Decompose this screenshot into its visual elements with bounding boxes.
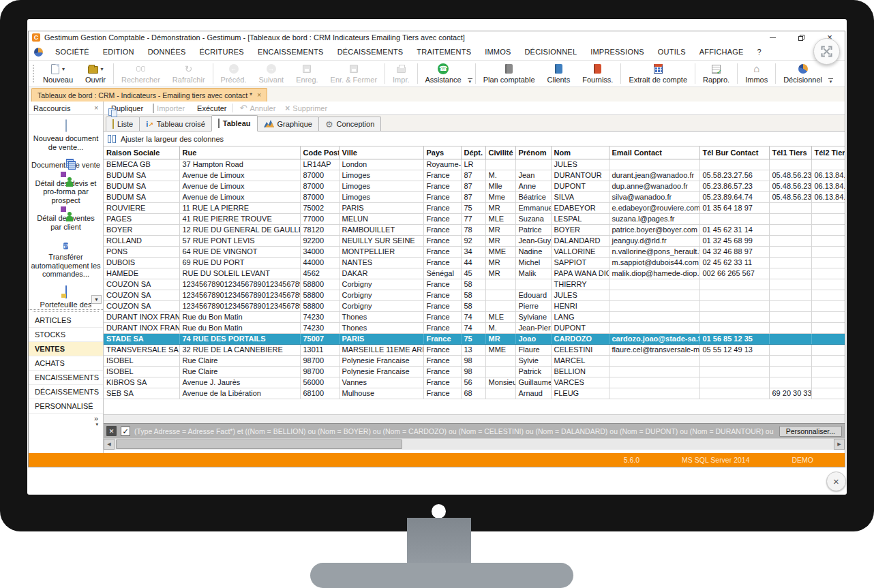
toolbar-button-enreg[interactable]: Enreg.	[290, 61, 324, 87]
menu-item-critures[interactable]: ÉCRITURES	[193, 46, 251, 58]
sidebar-shortcut-portefeuille-des[interactable]: Portefeuille des▼	[29, 281, 103, 311]
table-row[interactable]: BOYER12 RUE DU GENERAL DE GAULLE78120RAM…	[104, 224, 845, 235]
scrollbar-thumb[interactable]	[116, 439, 402, 449]
menu-item-affichage[interactable]: AFFICHAGE	[693, 46, 751, 58]
table-row[interactable]: ROUVIERE11 RUE LA PIERRE75002PARISFrance…	[104, 202, 845, 213]
toolbar-button-fourniss[interactable]: Fourniss.	[576, 61, 619, 87]
scroll-right-button[interactable]: ▶	[834, 439, 845, 450]
shortcut-more-button[interactable]: ▼	[91, 295, 102, 304]
table-row[interactable]: ISOBELRue Claire98700Polynesie Francaise…	[104, 366, 845, 377]
minimize-button[interactable]	[768, 33, 777, 42]
menu-item-[interactable]: ?	[751, 46, 768, 58]
toolbar-button-rechercher[interactable]: Rechercher	[115, 61, 166, 87]
column-header-nom[interactable]: Nom	[551, 146, 609, 159]
toolbar-button-suivant[interactable]: →Suivant	[252, 61, 290, 87]
toolbar-button-nouveau[interactable]: ▾Nouveau	[37, 61, 79, 87]
expand-screen-button[interactable]	[813, 38, 840, 65]
table-row[interactable]: DURANT INOX FRANCERue du Bon Matin74230T…	[104, 322, 845, 333]
toolbar-button-rafra-chir[interactable]: ↻Rafraîchir	[166, 61, 211, 87]
table-row[interactable]: BEMECA GB37 Hampton RoadLR14APLondonRoya…	[104, 159, 845, 170]
toolbar-button-d-cisionnel[interactable]: Décisionnel	[777, 61, 828, 87]
document-tab-close-icon[interactable]: ×	[257, 91, 261, 99]
table-row[interactable]: COUZON SA1234567890123456789012345678901…	[104, 300, 845, 311]
adjust-columns-row[interactable]: Ajuster la largeur des colonnes	[104, 131, 845, 146]
sidebar-category-d-caissements[interactable]: DÉCAISSEMENTS	[29, 385, 103, 399]
toolbar-button-pr-c-d[interactable]: ←Précéd.	[215, 61, 253, 87]
dropdown-caret-icon[interactable]: ▾	[62, 66, 65, 72]
table-row[interactable]: COUZON SA1234567890123456789012345678901…	[104, 279, 845, 290]
command-button-annuler[interactable]: ↶Annuler	[235, 102, 280, 114]
sidebar-collapse[interactable]: » ▾	[29, 414, 103, 453]
filter-enabled-checkbox[interactable]: ✓	[121, 427, 130, 436]
sidebar-shortcut-d-tail-des-ventes-par-client[interactable]: Détail des ventes par client	[29, 207, 103, 234]
customize-filter-button[interactable]: Personnaliser...	[779, 426, 842, 437]
column-header-civilit[interactable]: Civilité	[485, 146, 515, 159]
table-row[interactable]: PONS64 RUE DE VINGNOT34000MONTPELLIERFra…	[104, 246, 845, 257]
command-button-dupliquer[interactable]: Dupliquer	[104, 102, 148, 114]
table-row[interactable]: PAGES41 RUE PIERRE TROUVE77000MELUNFranc…	[104, 213, 845, 224]
table-row[interactable]: TRANSVERSALE SA32 RUE DE LA CANNEBIERE13…	[104, 344, 845, 355]
menu-item-encaissements[interactable]: ENCAISSEMENTS	[251, 46, 331, 58]
column-header-ville[interactable]: Ville	[339, 146, 423, 159]
restore-button[interactable]	[797, 33, 805, 42]
screen-close-button[interactable]: ×	[826, 471, 846, 491]
menu-item-outils[interactable]: OUTILS	[651, 46, 693, 58]
column-header-t-l2-tiers[interactable]: Tél2 Tiers	[811, 146, 845, 159]
sidebar-category-stocks[interactable]: STOCKS	[29, 328, 103, 342]
sidebar-shortcut-d-tail-des-devis-et-pro-forma-par-prospect[interactable]: Détail des devis et pro-forma par prospe…	[29, 172, 103, 208]
column-header-email-contact[interactable]: Email Contact	[609, 146, 699, 159]
column-header-t-l1-tiers[interactable]: Tél1 Tiers	[769, 146, 811, 159]
toolbar-button-clients[interactable]: Clients	[541, 61, 577, 87]
table-row[interactable]: DUBOIS69 RUE DU PORT44000NANTESFrance44M…	[104, 257, 845, 268]
sidebar-shortcut-nouveau-document-de-vente[interactable]: Nouveau document de vente...	[29, 115, 103, 154]
menu-item-soci-t[interactable]: SOCIÉTÉ	[48, 46, 96, 58]
column-header-code-postal[interactable]: Code Postal	[300, 146, 339, 159]
table-row[interactable]: STADE SA74 RUE DES PORTAILS75007PARISFra…	[104, 333, 845, 344]
table-row[interactable]: DURANT INOX FRANCERue du Bon Matin74230T…	[104, 311, 845, 322]
sidebar-category-encaissements[interactable]: ENCAISSEMENTS	[29, 371, 103, 385]
toolbar-button-ouvrir[interactable]: ▾Ouvrir	[79, 61, 112, 87]
menu-item-impressions[interactable]: IMPRESSIONS	[584, 46, 651, 58]
view-tab-graphique[interactable]: Graphique	[257, 117, 319, 131]
sidebar-shortcut-documents-de-vente[interactable]: Documents de vente	[29, 154, 103, 172]
sidebar-category-personnalis[interactable]: PERSONNALISÉ	[29, 399, 103, 414]
sidebar-category-ventes[interactable]: VENTES	[29, 342, 103, 356]
filter-remove-button[interactable]: ✕	[106, 426, 117, 436]
scroll-left-button[interactable]: ◀	[104, 439, 115, 450]
view-tab-tableau[interactable]: Tableau	[211, 115, 258, 131]
toolbar-button-impr[interactable]: Impr.	[387, 61, 415, 87]
column-header-pays[interactable]: Pays	[423, 146, 461, 159]
view-tab-liste[interactable]: Liste	[106, 117, 140, 131]
view-tab-tableau-crois[interactable]: i↗Tableau croisé	[139, 117, 212, 131]
view-tab-conception[interactable]: ⚙Conception	[318, 117, 381, 131]
toolbar-overflow-icon[interactable]: ▾	[828, 61, 834, 87]
toolbar-overflow-icon[interactable]: ▾	[468, 61, 474, 87]
column-header-raison-sociale[interactable]: Raison Sociale	[104, 146, 179, 159]
column-header-rue[interactable]: Rue	[179, 146, 300, 159]
table-row[interactable]: ROLLAND57 RUE PONT LEVIS92200NEUILLY SUR…	[104, 235, 845, 246]
toolbar-button-plan-comptable[interactable]: Plan comptable	[477, 61, 541, 87]
command-button-importer[interactable]: Importer	[148, 102, 190, 114]
dropdown-caret-icon[interactable]: ▾	[101, 66, 104, 72]
shortcuts-panel-close-icon[interactable]: ×	[94, 104, 98, 112]
table-row[interactable]: COUZON SA1234567890123456789012345678901…	[104, 290, 845, 300]
column-header-t-l-bur-contact[interactable]: Tél Bur Contact	[699, 146, 769, 159]
menu-item-d-cisionnel[interactable]: DÉCISIONNEL	[517, 46, 584, 58]
toolbar-button-extrait-de-compte[interactable]: Extrait de compte	[622, 61, 693, 87]
column-header-pr-nom[interactable]: Prénom	[515, 146, 551, 159]
menu-item-donn-es[interactable]: DONNÉES	[141, 46, 193, 58]
table-row[interactable]: BUDUM SAAvenue de Limoux87000LimogesFran…	[104, 170, 845, 181]
toolbar-button-assistance[interactable]: ☎Assistance	[419, 61, 468, 87]
toolbar-grip[interactable]	[32, 64, 35, 83]
toolbar-button-immos[interactable]: ⌂Immos	[739, 61, 774, 87]
menu-item-immos[interactable]: IMMOS	[478, 46, 517, 58]
column-header-d-pt[interactable]: Dépt.	[461, 146, 485, 159]
toolbar-button-enr-fermer[interactable]: Enr. & Fermer	[325, 61, 383, 87]
sidebar-category-articles[interactable]: ARTICLES	[29, 313, 103, 328]
menu-item-edition[interactable]: EDITION	[96, 46, 141, 58]
menu-item-traitements[interactable]: TRAITEMENTS	[410, 46, 478, 58]
command-button-ex-cuter[interactable]: Exécuter	[190, 102, 231, 114]
table-row[interactable]: BUDUM SAAvenue de Limoux87000LimogesFran…	[104, 181, 845, 191]
scrollbar-track[interactable]	[115, 439, 834, 450]
toolbar-button-rappro[interactable]: Rappro.	[697, 61, 736, 87]
